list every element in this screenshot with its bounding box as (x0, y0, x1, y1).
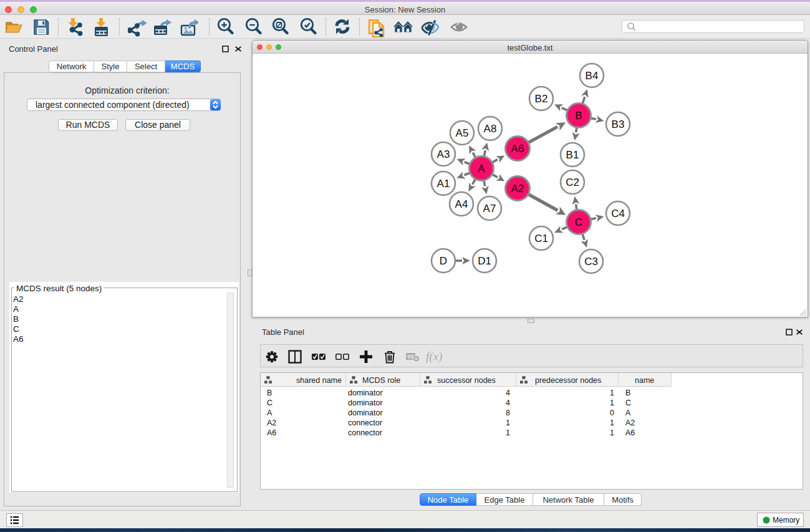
svg-text:B2: B2 (535, 93, 548, 105)
svg-text:C: C (575, 216, 582, 228)
svg-text:C1: C1 (534, 233, 548, 244)
svg-text:D1: D1 (478, 255, 491, 267)
svg-text:B1: B1 (566, 149, 579, 161)
svg-text:A1: A1 (437, 178, 450, 190)
svg-text:A2: A2 (511, 183, 524, 195)
svg-text:A: A (478, 163, 485, 175)
svg-text:A4: A4 (455, 198, 468, 210)
svg-text:A8: A8 (484, 123, 497, 135)
svg-text:C2: C2 (566, 177, 579, 188)
svg-text:A3: A3 (437, 148, 450, 160)
svg-text:D: D (440, 255, 447, 267)
svg-text:B3: B3 (612, 118, 625, 130)
svg-text:f(x): f(x) (426, 350, 442, 364)
svg-text:A7: A7 (483, 203, 496, 215)
svg-text:B: B (575, 110, 582, 122)
svg-text:A6: A6 (511, 143, 524, 155)
svg-text:C3: C3 (584, 256, 598, 268)
svg-text:C4: C4 (611, 208, 625, 220)
svg-text:A5: A5 (456, 127, 469, 139)
svg-text:B4: B4 (586, 70, 599, 82)
